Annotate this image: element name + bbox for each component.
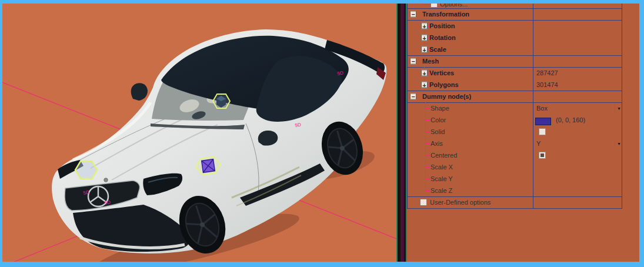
row-polygons[interactable]: Polygons 301474: [407, 79, 622, 91]
collapse-minus-icon[interactable]: [410, 58, 416, 65]
app-body: 5D 5D 5D 5D: [2, 4, 639, 262]
row-user-defined-options[interactable]: User-Defined options: [407, 196, 622, 208]
grid-line: [407, 208, 622, 209]
color-value: (0, 0, 160): [556, 116, 585, 124]
row-scale[interactable]: Scale: [407, 44, 622, 55]
row-solid[interactable]: Solid: [407, 126, 622, 138]
expand-plus-icon[interactable]: [421, 35, 428, 41]
row-label: Rotation: [429, 34, 456, 41]
user-defined-checkbox[interactable]: [420, 199, 427, 206]
row-shape[interactable]: Shape Box: [407, 102, 622, 114]
dummy-tag: 5D: [337, 70, 344, 76]
shape-value[interactable]: Box: [536, 105, 548, 112]
row-label: User-Defined options: [430, 199, 490, 206]
centered-checkbox[interactable]: [539, 152, 546, 159]
expand-plus-icon[interactable]: [421, 46, 428, 53]
row-label: Position: [429, 22, 455, 29]
row-label: Options...: [440, 4, 468, 8]
row-label: Solid: [431, 128, 445, 135]
row-scale-y[interactable]: Scale Y: [407, 173, 622, 185]
car-model[interactable]: [52, 29, 386, 259]
row-mesh[interactable]: Mesh: [407, 55, 622, 67]
collapse-minus-icon[interactable]: [410, 94, 416, 100]
row-label: Axis: [431, 140, 443, 147]
expand-plus-icon[interactable]: [421, 23, 428, 29]
color-swatch[interactable]: [535, 118, 551, 125]
dummy-tag: 5D: [295, 122, 302, 128]
row-label: Scale Y: [431, 175, 453, 182]
3d-viewport[interactable]: 5D 5D 5D 5D: [2, 4, 396, 262]
row-label: Dummy node(s): [422, 93, 471, 100]
expand-plus-icon[interactable]: [421, 82, 428, 88]
table-border-right: [622, 4, 622, 208]
row-vertices[interactable]: Vertices 287427: [407, 67, 622, 79]
dropdown-arrow-icon[interactable]: [617, 142, 621, 146]
hood-dot: [104, 178, 108, 182]
row-label: Shape: [431, 105, 449, 112]
viewport-panel-divider[interactable]: [396, 4, 407, 262]
row-transformation[interactable]: Transformation: [407, 8, 622, 20]
dummy-tag: 5D: [83, 189, 90, 196]
row-label: Transformation: [422, 11, 469, 18]
row-label: Scale Z: [431, 187, 452, 194]
axis-value[interactable]: Y: [536, 140, 540, 147]
dummy-hexagon-windshield[interactable]: [213, 94, 230, 108]
row-label: Centered: [431, 152, 457, 159]
row-centered[interactable]: Centered: [407, 149, 622, 161]
row-scale-z[interactable]: Scale Z: [407, 185, 622, 196]
row-label: Scale: [429, 46, 446, 53]
row-rotation[interactable]: Rotation: [407, 32, 622, 44]
dropdown-separator: [615, 139, 615, 148]
row-label: Polygons: [429, 81, 459, 88]
row-dummy-nodes[interactable]: Dummy node(s): [407, 91, 622, 102]
row-label: Scale X: [431, 163, 453, 171]
row-color[interactable]: Color (0, 0, 160): [407, 114, 622, 126]
vertices-value: 287427: [536, 69, 558, 76]
row-scale-x[interactable]: Scale X: [407, 161, 622, 173]
row-label: Mesh: [422, 58, 439, 65]
dummy-tag: 5D: [104, 199, 111, 206]
solid-checkbox[interactable]: [539, 128, 546, 135]
row-label: Vertices: [429, 69, 454, 76]
viewport-canvas[interactable]: 5D 5D 5D 5D: [2, 4, 396, 262]
dummy-hexagon-hood[interactable]: [75, 161, 97, 179]
mirror-left: [131, 83, 148, 101]
options-checkbox[interactable]: [431, 4, 438, 8]
dropdown-separator: [615, 104, 615, 112]
collapse-minus-icon[interactable]: [410, 11, 416, 18]
row-label: Color: [431, 116, 446, 124]
expand-plus-icon[interactable]: [421, 70, 428, 76]
polygons-value: 301474: [536, 81, 558, 88]
row-axis[interactable]: Axis Y: [407, 138, 622, 149]
dropdown-arrow-icon[interactable]: [617, 106, 621, 111]
properties-panel: Options... Transformation Position Rotat…: [407, 4, 639, 262]
row-position[interactable]: Position: [407, 20, 622, 32]
app-window: 5D 5D 5D 5D: [0, 0, 644, 267]
